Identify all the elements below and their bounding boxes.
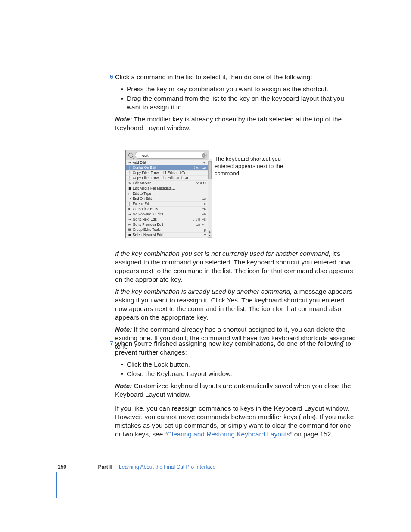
step7-lead: When you're finished assigning new key c… (115, 339, 358, 357)
command-label: Edit Media File Metadata… (133, 187, 206, 190)
command-row[interactable]: ◻Edit to Tape… (126, 191, 209, 196)
para-already-used: If the key combination is already used b… (115, 287, 358, 322)
command-shortcut: g (204, 228, 207, 232)
command-row[interactable]: ⇤Go Back 2 Edits^6 (126, 207, 209, 212)
para-not-used: If the key combination you set is not cu… (115, 249, 358, 284)
command-row[interactable]: ⇥Add Edit^V (126, 160, 209, 165)
page-number: 150 (58, 464, 66, 470)
command-label: Edit Marker… (133, 181, 196, 185)
command-list-panel: × ⇥Add Edit^V┼Center On Edit⇧X, ⌥2┇Copy … (125, 150, 209, 238)
clear-search-icon[interactable]: × (202, 153, 206, 158)
para-already-used-lead: If the key combination is already used b… (115, 288, 292, 295)
command-row[interactable]: ⇥End On Edit⌥3 (126, 196, 209, 202)
command-row[interactable]: ≣Edit Media File Metadata… (126, 186, 209, 191)
command-label: Copy Filter Forward 1 Edit and Go (133, 171, 206, 175)
command-shortcut: e (204, 202, 207, 206)
command-label: Copy Filter Forward 2 Edits and Go (133, 176, 206, 180)
command-list[interactable]: ⇥Add Edit^V┼Center On Edit⇧X, ⌥2┇Copy Fi… (126, 160, 209, 238)
command-row[interactable]: ┤Extend Edite (126, 202, 209, 207)
command-label: Go to Previous Edit (133, 223, 191, 227)
command-label: Add Edit (133, 161, 202, 165)
para-reassign: If you like, you can reassign commands t… (115, 404, 358, 439)
command-shortcut: v (204, 233, 207, 237)
footer-rule (56, 472, 57, 498)
search-row: × (126, 150, 209, 160)
command-icon: ⇤ (128, 223, 132, 227)
step-number-6: 6 (105, 73, 113, 80)
command-row[interactable]: ⇥Go Forward 2 Edits^9 (126, 212, 209, 217)
command-shortcut: ⌥⌘M (196, 181, 207, 185)
command-row[interactable]: ⇥Go to Next Edit', ⇧E, ^8 (126, 217, 209, 222)
command-label: Group Edits Tools (133, 228, 204, 232)
command-row[interactable]: ▦Group Edits Toolsg (126, 227, 209, 233)
command-label: Center On Edit (133, 166, 193, 170)
command-icon: ⇥ (128, 161, 132, 165)
note-label: Note: (115, 115, 134, 123)
para-not-used-lead: If the key combination you set is not cu… (115, 250, 330, 257)
command-row[interactable]: ⇤Go to Previous Edit;, ⌥E, ^7 (126, 222, 209, 227)
para-reassign-c: ” on page 152. (290, 430, 333, 438)
command-shortcut: ^V (202, 161, 207, 165)
footer-part-label: Part II (98, 464, 112, 470)
step-number-7: 7 (105, 339, 113, 347)
command-shortcut: ^9 (202, 212, 207, 216)
xref-clearing-restoring[interactable]: Clearing and Restoring Keyboard Layouts (167, 430, 290, 438)
step6-bullet-1: Press the key or key combination you wan… (121, 85, 358, 93)
note-label-3: Note: (115, 382, 134, 389)
command-icon: ⇥ (128, 218, 132, 221)
command-shortcut: ⇧X, ⌥2 (193, 166, 207, 170)
scroll-down-icon[interactable]: ▾ (208, 233, 212, 237)
command-icon: ┤ (128, 202, 132, 206)
command-icon: ┼ (128, 166, 132, 170)
scrollbar[interactable]: ▴ ▾ (208, 159, 212, 238)
command-icon: ┇ (128, 176, 132, 180)
search-input[interactable] (135, 152, 207, 159)
command-icon: ⇥ (128, 212, 132, 216)
step7-note-text: Customized keyboard layouts are automati… (115, 382, 351, 398)
command-label: Edit to Tape… (133, 192, 206, 196)
command-icon: ▦ (128, 228, 132, 232)
callout-text: The keyboard shortcut you entered appear… (215, 155, 283, 177)
footer-section-title: Learning About the Final Cut Pro Interfa… (119, 464, 215, 470)
command-label: Go Forward 2 Edits (133, 212, 202, 216)
command-icon: ┇ (128, 171, 132, 175)
command-label: Extend Edit (133, 202, 204, 206)
command-icon: ⇤ (128, 207, 132, 211)
command-icon: ✎ (128, 181, 132, 185)
scroll-up-icon[interactable]: ▴ (208, 230, 212, 233)
step7-bullet-1: Click the Lock button. (121, 360, 358, 369)
command-shortcut: ;, ⌥E, ^7 (191, 223, 207, 227)
command-label: Go to Next Edit (133, 218, 193, 221)
search-icon (128, 153, 133, 158)
command-row[interactable]: ┼Center On Edit⇧X, ⌥2 (126, 165, 209, 171)
page-footer: 150 Part II Learning About the Final Cut… (58, 464, 359, 470)
command-row[interactable]: ┇Copy Filter Forward 2 Edits and Go (126, 176, 209, 181)
command-row[interactable]: ✎Edit Marker…⌥⌘M (126, 181, 209, 186)
step6-note: Note: The modifier key is already chosen… (115, 115, 358, 132)
step7-bullet-2: Close the Keyboard Layout window. (121, 370, 358, 378)
note-label-2: Note: (115, 326, 134, 333)
command-icon: ⇆ (128, 233, 132, 237)
command-shortcut: ⌥3 (200, 197, 207, 201)
command-shortcut: ^6 (202, 207, 207, 211)
command-label: End On Edit (133, 197, 200, 201)
command-icon: ≣ (128, 187, 132, 190)
command-row[interactable]: ┇Copy Filter Forward 1 Edit and Go (126, 171, 209, 176)
step6-note-text: The modifier key is already chosen by th… (115, 115, 342, 131)
command-icon: ◻ (128, 192, 132, 196)
command-label: Select Nearest Edit (133, 233, 204, 237)
command-label: Go Back 2 Edits (133, 207, 202, 211)
command-shortcut: ', ⇧E, ^8 (193, 218, 207, 221)
step6-lead: Click a command in the list to select it… (115, 73, 358, 81)
command-row[interactable]: ⇆Select Nearest Editv (126, 233, 209, 238)
command-icon: ⇥ (128, 197, 132, 201)
callout-leader-line (198, 159, 212, 159)
step6-bullet-2: Drag the command from the list to the ke… (121, 94, 358, 112)
scrollbar-thumb[interactable] (208, 161, 212, 179)
step7-note: Note: Customized keyboard layouts are au… (115, 382, 358, 399)
